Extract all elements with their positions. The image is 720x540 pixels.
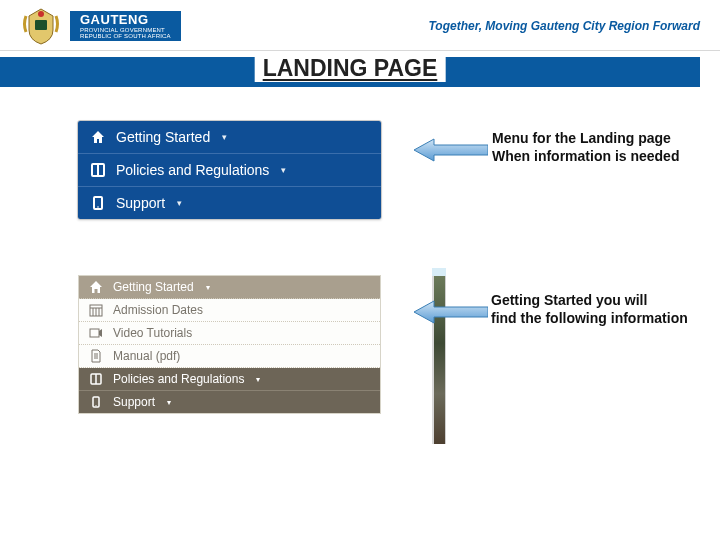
header-tagline: Together, Moving Gauteng City Region For… xyxy=(428,19,700,33)
video-icon xyxy=(89,326,103,340)
page-header: GAUTENG PROVINCIAL GOVERNMENT REPUBLIC O… xyxy=(0,0,720,51)
annotation-2: Getting Started you will find the follow… xyxy=(491,292,706,327)
svg-point-1 xyxy=(38,11,44,17)
brand-badge: GAUTENG PROVINCIAL GOVERNMENT REPUBLIC O… xyxy=(70,11,181,41)
submenu-label: Video Tutorials xyxy=(113,326,192,340)
submenu-admission-dates[interactable]: Admission Dates xyxy=(79,299,380,322)
annotation-line: find the following information xyxy=(491,310,706,328)
expanded-menu-header-label: Getting Started xyxy=(113,280,194,294)
svg-rect-11 xyxy=(90,329,99,337)
submenu-label: Manual (pdf) xyxy=(113,349,180,363)
menu-item-getting-started[interactable]: Getting Started ▾ xyxy=(78,121,381,154)
submenu-video-tutorials[interactable]: Video Tutorials xyxy=(79,322,380,345)
svg-rect-0 xyxy=(35,20,47,30)
chevron-down-icon: ▾ xyxy=(167,398,171,407)
primary-menu: Getting Started ▾ Policies and Regulatio… xyxy=(77,120,382,220)
expanded-menu-label: Policies and Regulations xyxy=(113,372,244,386)
menu-item-label: Support xyxy=(116,195,165,211)
title-bar: LANDING PAGE xyxy=(0,57,700,87)
submenu-label: Admission Dates xyxy=(113,303,203,317)
document-icon xyxy=(89,349,103,363)
annotation-line: When information is needed xyxy=(492,148,697,166)
expanded-menu-policies[interactable]: Policies and Regulations ▾ xyxy=(79,368,380,391)
brand-name: GAUTENG xyxy=(80,13,171,27)
chevron-down-icon: ▾ xyxy=(222,132,227,142)
chevron-down-icon: ▾ xyxy=(281,165,286,175)
menu-item-label: Getting Started xyxy=(116,129,210,145)
calendar-icon xyxy=(89,303,103,317)
annotation-line: Menu for the Landing page xyxy=(492,130,697,148)
svg-point-18 xyxy=(95,405,96,406)
home-icon xyxy=(90,129,106,145)
logo-block: GAUTENG PROVINCIAL GOVERNMENT REPUBLIC O… xyxy=(20,6,181,46)
arrow-icon xyxy=(414,138,488,162)
crest-icon xyxy=(20,6,62,46)
device-icon xyxy=(90,195,106,211)
menu-item-support[interactable]: Support ▾ xyxy=(78,187,381,219)
home-icon xyxy=(89,280,103,294)
book-icon xyxy=(89,372,103,386)
annotation-line: Getting Started you will xyxy=(491,292,706,310)
svg-point-5 xyxy=(97,206,99,208)
chevron-down-icon: ▾ xyxy=(177,198,182,208)
book-icon xyxy=(90,162,106,178)
expanded-menu-label: Support xyxy=(113,395,155,409)
photo-sliver-sky xyxy=(432,268,446,276)
page-title: LANDING PAGE xyxy=(255,55,446,82)
menu-item-label: Policies and Regulations xyxy=(116,162,269,178)
expanded-menu-support[interactable]: Support ▾ xyxy=(79,391,380,413)
chevron-down-icon: ▾ xyxy=(256,375,260,384)
brand-sub2: REPUBLIC OF SOUTH AFRICA xyxy=(80,33,171,39)
device-icon xyxy=(89,395,103,409)
arrow-icon xyxy=(414,300,488,324)
chevron-down-icon: ▾ xyxy=(206,283,210,292)
annotation-1: Menu for the Landing page When informati… xyxy=(492,130,697,165)
submenu-manual[interactable]: Manual (pdf) xyxy=(79,345,380,368)
menu-item-policies[interactable]: Policies and Regulations ▾ xyxy=(78,154,381,187)
expanded-menu-header[interactable]: Getting Started ▾ xyxy=(79,276,380,299)
expanded-menu: Getting Started ▾ Admission Dates Video … xyxy=(78,275,381,414)
